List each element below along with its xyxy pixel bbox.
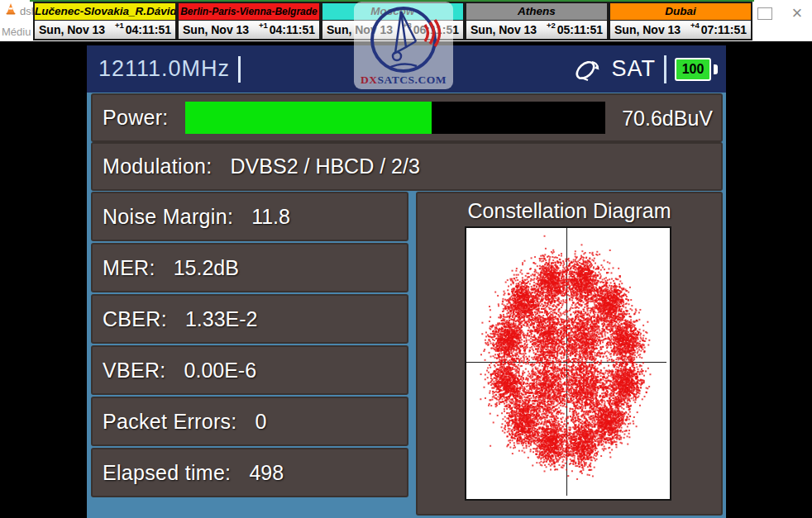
cber-label: CBER: — [93, 307, 167, 331]
frequency-readout: 12111.0MHz — [98, 56, 230, 82]
modulation-value: DVBS2 / HBCD / 2/3 — [231, 154, 420, 178]
packet-errors-label: Packet Errors: — [93, 410, 237, 434]
clock-date-3: Sun, Nov 13 — [470, 23, 537, 36]
modulation-label: Modulation: — [93, 154, 213, 178]
constellation-title: Constellation Diagram — [418, 199, 721, 223]
noise-margin-label: Noise Margin: — [93, 205, 233, 229]
clock-utc-offset-4: +4 — [690, 21, 700, 30]
vber-row: VBER: 0.00E-6 — [91, 345, 408, 395]
header-divider — [664, 55, 666, 83]
world-clock-bar: Lučenec-Slovakia_R.Dávid Sun, Nov 13 +1 … — [33, 2, 752, 40]
mer-row: MER: 15.2dB — [91, 243, 408, 292]
mer-value: 15.2dB — [174, 256, 239, 280]
mer-label: MER: — [93, 256, 155, 280]
clock-date-0: Sun, Nov 13 — [39, 23, 105, 36]
vber-label: VBER: — [93, 359, 166, 383]
vber-value: 0.00E-6 — [184, 359, 257, 383]
clock-utc-offset-3: +2 — [547, 21, 556, 30]
clock-city-2: Moscow Sun, Nov 13 +3 06:11:51 — [321, 2, 465, 40]
power-label: Power: — [93, 106, 169, 130]
clock-date-4: Sun, Nov 13 — [614, 23, 681, 36]
modulation-row: Modulation: DVBS2 / HBCD / 2/3 — [91, 142, 723, 191]
clock-header-3: Athens — [465, 2, 609, 21]
top-strip: dsh Médiu Lučenec-Slovakia_R.Dávid Sun, … — [0, 0, 812, 41]
meter-header: 12111.0MHz SAT 100 — [87, 45, 726, 93]
clock-city-1: Berlin-Paris-Vienna-Belgrade Sun, Nov 13… — [177, 2, 321, 40]
packet-errors-row: Packet Errors: 0 — [91, 397, 408, 446]
clock-time-0: 04:11:51 — [126, 23, 171, 36]
clock-utc-offset-0: +1 — [115, 21, 124, 30]
screen: dsh Médiu Lučenec-Slovakia_R.Dávid Sun, … — [0, 0, 812, 518]
elapsed-time-value: 498 — [249, 461, 284, 485]
clock-date-1: Sun, Nov 13 — [183, 23, 249, 36]
vlc-media-menu-item[interactable]: Médiu — [2, 26, 31, 38]
power-bar — [185, 102, 605, 134]
sat-mode-label: SAT — [611, 56, 656, 82]
clock-time-3: 05:11:51 — [557, 23, 603, 36]
noise-margin-value: 11.8 — [251, 205, 290, 229]
sat-meter-window: 12111.0MHz SAT 100 Power: — [87, 45, 726, 518]
text-cursor — [238, 56, 241, 83]
power-row: Power: 70.6dBuV — [91, 93, 723, 142]
close-icon[interactable]: × — [786, 2, 808, 24]
constellation-plot — [466, 228, 666, 496]
clock-time-4: 07:11:51 — [701, 23, 747, 36]
packet-errors-value: 0 — [256, 410, 267, 434]
clock-time-2: 06:11:51 — [413, 23, 459, 36]
clock-utc-offset-2: +3 — [403, 21, 412, 30]
clock-date-2: Sun, Nov 13 — [327, 23, 393, 36]
clock-header-4: Dubai — [609, 2, 752, 21]
constellation-box — [465, 226, 671, 501]
battery-tip — [714, 64, 718, 74]
satellite-dish-icon — [573, 56, 603, 83]
restore-window-button[interactable] — [757, 7, 772, 20]
elapsed-time-label: Elapsed time: — [93, 461, 231, 485]
clock-city-3: Athens Sun, Nov 13 +2 05:11:51 — [465, 2, 609, 40]
clock-utc-offset-1: +1 — [259, 21, 268, 30]
clock-header-2: Moscow — [321, 2, 465, 21]
cber-row: CBER: 1.33E-2 — [91, 294, 408, 344]
clock-city-4: Dubai Sun, Nov 13 +4 07:11:51 — [609, 2, 752, 40]
clock-header-0: Lučenec-Slovakia_R.Dávid — [33, 2, 177, 21]
clock-time-1: 04:11:51 — [270, 23, 315, 36]
clock-city-0: Lučenec-Slovakia_R.Dávid Sun, Nov 13 +1 … — [33, 2, 177, 40]
cber-value: 1.33E-2 — [185, 307, 258, 331]
noise-margin-row: Noise Margin: 11.8 — [91, 192, 408, 241]
vlc-cone-icon — [4, 2, 17, 19]
constellation-panel: Constellation Diagram — [416, 192, 723, 516]
power-bar-fill — [185, 102, 432, 134]
clock-header-1: Berlin-Paris-Vienna-Belgrade — [177, 2, 321, 21]
battery-icon: 100 — [675, 58, 711, 81]
elapsed-time-row: Elapsed time: 498 — [91, 448, 408, 497]
power-value: 70.6dBuV — [622, 106, 713, 130]
